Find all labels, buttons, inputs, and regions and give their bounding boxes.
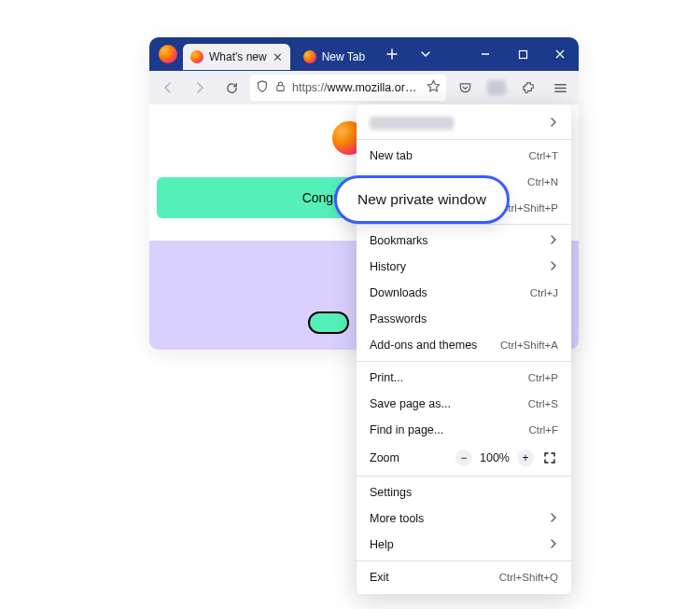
firefox-icon [303, 50, 316, 63]
menu-item-account[interactable] [357, 110, 571, 136]
close-button[interactable] [541, 37, 579, 71]
menu-item-new-tab[interactable]: New tab Ctrl+T [357, 143, 571, 169]
chevron-right-icon [549, 512, 558, 525]
tab-new-tab[interactable]: New Tab [296, 44, 372, 70]
firefox-icon [159, 45, 177, 63]
pocket-button[interactable] [452, 75, 478, 101]
menu-item-save-page-as[interactable]: Save page as... Ctrl+S [357, 391, 571, 417]
menu-separator [357, 361, 571, 362]
tab-label: What's new [209, 50, 267, 63]
zoom-out-button[interactable]: − [455, 450, 472, 466]
close-icon[interactable]: ✕ [273, 51, 283, 63]
callout-new-private-window: New private window [334, 175, 510, 224]
chevron-right-icon [549, 117, 558, 130]
menu-separator [357, 139, 571, 140]
back-button[interactable] [155, 75, 181, 101]
menu-item-help[interactable]: Help [357, 532, 571, 558]
url-text: https://www.mozilla.org/en-US/fire [292, 81, 421, 94]
app-menu-button[interactable] [547, 75, 573, 101]
menu-item-settings[interactable]: Settings [357, 479, 571, 505]
tabs-dropdown-button[interactable] [412, 40, 440, 68]
tab-label: New Tab [322, 50, 365, 63]
chevron-right-icon [549, 538, 558, 551]
shield-icon[interactable] [256, 80, 269, 96]
svg-rect-1 [277, 86, 284, 91]
menu-separator [357, 561, 571, 561]
star-icon[interactable] [427, 79, 441, 96]
menu-item-exit[interactable]: Exit Ctrl+Shift+Q [357, 564, 571, 590]
cta-button[interactable] [308, 311, 349, 334]
maximize-button[interactable] [504, 37, 541, 71]
url-bar[interactable]: https://www.mozilla.org/en-US/fire [250, 75, 446, 101]
new-tab-button[interactable] [378, 40, 406, 68]
menu-item-history[interactable]: History [357, 254, 571, 280]
minimize-button[interactable] [467, 37, 504, 71]
forward-button[interactable] [187, 75, 213, 101]
zoom-in-button[interactable]: + [517, 450, 534, 466]
extensions-button[interactable] [515, 75, 541, 101]
menu-item-downloads[interactable]: Downloads Ctrl+J [357, 280, 571, 306]
menu-separator [357, 476, 571, 477]
menu-item-zoom: Zoom − 100% + [357, 443, 571, 473]
menu-item-find-in-page[interactable]: Find in page... Ctrl+F [357, 417, 571, 443]
svg-rect-0 [519, 50, 526, 58]
tab-whats-new[interactable]: What's new ✕ [183, 44, 290, 70]
chevron-right-icon [549, 260, 558, 273]
account-button[interactable] [483, 75, 510, 101]
chevron-right-icon [549, 234, 558, 247]
zoom-level: 100% [480, 451, 510, 464]
reload-button[interactable] [218, 75, 245, 101]
menu-item-addons[interactable]: Add-ons and themes Ctrl+Shift+A [357, 332, 571, 358]
menu-item-more-tools[interactable]: More tools [357, 505, 571, 532]
window-controls [467, 37, 579, 71]
menu-item-bookmarks[interactable]: Bookmarks [357, 228, 571, 254]
titlebar: What's new ✕ New Tab [149, 37, 579, 71]
account-name-blurred [370, 117, 454, 130]
menu-separator [357, 224, 571, 225]
toolbar: https://www.mozilla.org/en-US/fire [149, 71, 579, 104]
lock-icon[interactable] [274, 80, 287, 95]
fullscreen-button[interactable] [541, 450, 558, 466]
menu-item-passwords[interactable]: Passwords [357, 306, 571, 332]
menu-item-print[interactable]: Print... Ctrl+P [357, 365, 571, 391]
firefox-icon [190, 50, 203, 63]
